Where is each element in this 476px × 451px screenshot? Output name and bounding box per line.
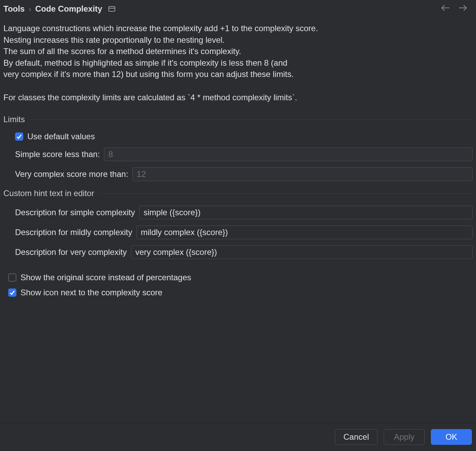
section-label: Custom hint text in editor [3, 189, 94, 198]
nav-back-icon[interactable] [440, 4, 450, 14]
desc-very-label: Description for very complexity [15, 247, 127, 257]
show-icon-row: Show icon next to the complexity score [7, 288, 469, 297]
use-default-values-label: Use default values [27, 132, 95, 141]
breadcrumb-current: Code Complexity [35, 4, 102, 14]
apply-button[interactable]: Apply [384, 429, 425, 445]
simple-score-row: Simple score less than: [15, 147, 473, 161]
breadcrumb-parent[interactable]: Tools [3, 4, 25, 14]
content-area: Language constructions which increase th… [0, 17, 476, 423]
section-divider [30, 119, 473, 120]
desc-very-input[interactable] [131, 245, 473, 259]
bottom-options: Show the original score instead of perce… [3, 265, 473, 297]
desc-very-row: Description for very complexity [15, 245, 473, 259]
section-label: Limits [3, 115, 25, 124]
desc-simple-input[interactable] [139, 206, 473, 219]
custom-hint-section: Description for simple complexity Descri… [3, 206, 473, 259]
limits-section: Use default values Simple score less tha… [3, 132, 473, 181]
new-window-icon[interactable] [108, 6, 115, 12]
section-header-limits: Limits [3, 115, 473, 124]
desc-simple-label: Description for simple complexity [15, 208, 135, 217]
use-default-values-row: Use default values [15, 132, 473, 141]
cancel-button[interactable]: Cancel [335, 429, 378, 445]
very-complex-score-row: Very complex score more than: [15, 167, 473, 181]
simple-score-input[interactable] [104, 147, 473, 161]
very-complex-score-input[interactable] [132, 167, 473, 181]
show-original-score-label: Show the original score instead of perce… [21, 273, 191, 282]
settings-window: Tools › Code Complexity Language constru… [0, 0, 476, 451]
chevron-right-icon: › [29, 5, 31, 13]
use-default-values-checkbox[interactable] [15, 132, 23, 141]
description-text: Language constructions which increase th… [3, 23, 473, 103]
section-header-custom-hint: Custom hint text in editor [3, 189, 473, 198]
desc-simple-row: Description for simple complexity [15, 206, 473, 219]
dialog-footer: Cancel Apply OK [0, 423, 476, 451]
section-divider [100, 193, 473, 194]
ok-button[interactable]: OK [431, 429, 472, 445]
nav-forward-icon[interactable] [458, 4, 468, 14]
breadcrumb: Tools › Code Complexity [3, 4, 115, 14]
simple-score-label: Simple score less than: [15, 150, 100, 159]
show-icon-label: Show icon next to the complexity score [21, 288, 162, 297]
show-original-score-row: Show the original score instead of perce… [7, 273, 469, 282]
nav-arrows [440, 4, 473, 14]
desc-mildly-row: Description for mildly complexity [15, 226, 473, 239]
show-original-score-checkbox[interactable] [8, 273, 16, 282]
show-icon-checkbox[interactable] [8, 288, 16, 297]
top-bar: Tools › Code Complexity [0, 0, 476, 17]
very-complex-score-label: Very complex score more than: [15, 169, 128, 179]
desc-mildly-label: Description for mildly complexity [15, 228, 132, 237]
desc-mildly-input[interactable] [136, 226, 473, 239]
